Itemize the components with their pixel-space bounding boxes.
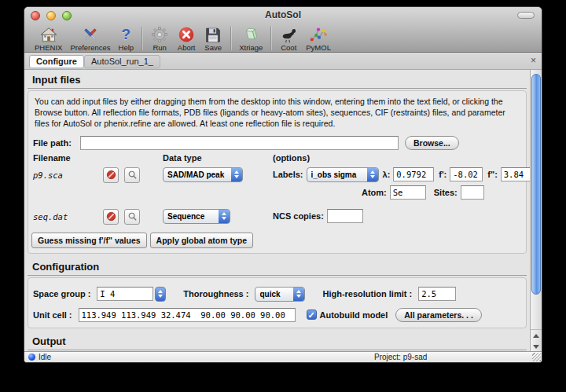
toolbar-label: Preferences — [70, 43, 110, 52]
autosol-window: AutoSol PHENIX — [24, 6, 542, 363]
browse-file-button[interactable]: Browse... — [405, 136, 459, 150]
sites-label: Sites: — [434, 188, 458, 197]
unit-cell-label: Unit cell : — [33, 310, 72, 320]
scroll-down-button[interactable] — [531, 341, 542, 351]
toolbar-button-save[interactable]: Save — [200, 25, 226, 52]
toolbar-separator — [270, 27, 271, 50]
labels-label: Labels: — [273, 170, 303, 179]
toolbar-button-preferences[interactable]: Preferences — [66, 25, 114, 52]
inspect-file-button[interactable] — [124, 167, 140, 183]
toolbar-button-phenix[interactable]: PHENIX — [31, 25, 66, 52]
project-label: Project: p9-sad — [374, 353, 427, 361]
high-resolution-limit-input[interactable] — [418, 287, 456, 301]
f-double-prime-label: f": — [487, 170, 498, 179]
scrollbar-thumb[interactable] — [531, 74, 541, 295]
toolbar-toggle-button[interactable] — [517, 12, 535, 19]
scroll-up-button[interactable] — [531, 330, 542, 341]
toolbar-label: PHENIX — [35, 43, 62, 52]
toolbar-label: Help — [119, 43, 134, 52]
magnifier-icon — [127, 170, 138, 180]
toolbar-button-pymol[interactable]: PyMOL — [302, 25, 335, 52]
down-arrow-icon — [533, 345, 539, 349]
remove-file-button[interactable] — [103, 209, 119, 225]
screen: AutoSol PHENIX — [0, 0, 566, 392]
toolbar-button-coot[interactable]: Coot — [275, 25, 302, 52]
tab-close-icon[interactable]: × — [531, 55, 536, 66]
phenix-home-icon — [39, 25, 58, 43]
filename-text: seq.dat — [33, 209, 103, 222]
labels-dropdown[interactable]: i_obs sigma — [307, 167, 379, 182]
tab-bar: Configure AutoSol_run_1_ × — [24, 53, 542, 70]
lambda-input[interactable] — [393, 167, 434, 181]
column-filename: Filename — [33, 153, 103, 163]
atom-input[interactable] — [390, 185, 426, 200]
f-prime-label: f': — [439, 170, 447, 179]
toolbar-separator — [230, 27, 231, 50]
magnifier-icon — [127, 211, 138, 222]
options-cell: Labels: i_obs sigma λ: — [273, 167, 537, 203]
tab-autosol-run-1[interactable]: AutoSol_run_1_ — [84, 55, 160, 68]
ncs-copies-label: NCS copies: — [273, 211, 324, 221]
up-arrow-icon — [533, 334, 539, 338]
dropdown-stepper-icon — [293, 288, 304, 301]
toolbar-button-abort[interactable]: Abort — [173, 25, 200, 52]
atom-label: Atom: — [362, 188, 387, 197]
xtriage-crystal-icon — [241, 25, 260, 43]
tab-configure[interactable]: Configure — [29, 55, 84, 68]
file-row-p9-sca: p9.sca — [33, 167, 521, 203]
space-group-input[interactable] — [97, 287, 153, 301]
unit-cell-input[interactable] — [79, 308, 296, 322]
f-prime-input[interactable] — [450, 167, 483, 181]
file-row-seq-dat: seq.dat — [33, 209, 521, 226]
toolbar-button-xtriage[interactable]: Xtriage — [235, 25, 266, 52]
resize-grip[interactable] — [532, 353, 541, 361]
section-header-output: Output — [28, 333, 527, 350]
toolbar: PHENIX Preferences — [24, 24, 542, 53]
vertical-scrollbar[interactable] — [530, 70, 542, 351]
autobuild-model-checkbox[interactable]: ✓ — [307, 310, 317, 320]
status-indicator-icon — [28, 354, 35, 361]
autobuild-model-label: Autobuild model — [320, 310, 388, 320]
apply-global-atom-type-button[interactable]: Apply global atom type — [150, 233, 254, 248]
guess-fp-fdp-button[interactable]: Guess missing f'/f" values — [31, 233, 147, 248]
scrollbar-arrows — [531, 329, 542, 351]
main-content: Input files You can add input files by e… — [24, 70, 542, 351]
file-path-input[interactable] — [80, 136, 399, 150]
options-cell: NCS copies: — [273, 209, 521, 223]
thoroughness-dropdown[interactable]: quick — [255, 287, 305, 302]
remove-icon — [106, 170, 116, 180]
ncs-copies-input[interactable] — [327, 209, 363, 223]
lambda-label: λ: — [383, 170, 391, 179]
save-floppy-icon — [204, 25, 222, 43]
preferences-tools-icon — [81, 25, 100, 43]
toolbar-label: Coot — [281, 43, 296, 52]
dropdown-stepper-icon — [231, 168, 242, 181]
data-type-dropdown[interactable]: Sequence — [163, 209, 230, 224]
high-resolution-limit-label: High-resolution limit : — [322, 289, 412, 299]
file-path-label: File path: — [33, 138, 77, 148]
column-options: (options) — [273, 153, 521, 163]
window-title: AutoSol — [24, 9, 542, 20]
toolbar-button-help[interactable]: ? Help — [115, 25, 138, 52]
help-question-icon: ? — [122, 25, 131, 43]
inspect-file-button[interactable] — [124, 209, 140, 225]
dropdown-stepper-icon — [367, 168, 378, 181]
dropdown-stepper-icon — [219, 210, 230, 223]
input-files-panel: You can add input files by either draggi… — [28, 90, 527, 254]
toolbar-label: Save — [204, 43, 222, 52]
status-text: Idle — [39, 353, 51, 361]
remove-file-button[interactable] — [103, 167, 119, 183]
space-group-stepper[interactable] — [155, 287, 166, 302]
all-parameters-button[interactable]: All parameters. . . — [395, 308, 482, 322]
run-gear-icon — [150, 25, 169, 43]
status-bar: Idle Project: p9-sad — [24, 351, 542, 362]
scroll-area: Input files You can add input files by e… — [24, 70, 530, 351]
space-group-label: Space group : — [33, 289, 90, 299]
section-header-configuration: Configuration — [28, 258, 527, 276]
toolbar-separator — [142, 27, 142, 50]
sites-input[interactable] — [461, 185, 484, 200]
thoroughness-label: Thoroughness : — [183, 289, 248, 299]
configuration-panel: Space group : Thoroughness : quick — [28, 277, 527, 328]
toolbar-button-run[interactable]: Run — [146, 25, 173, 52]
data-type-dropdown[interactable]: SAD/MAD peak — [163, 167, 243, 182]
